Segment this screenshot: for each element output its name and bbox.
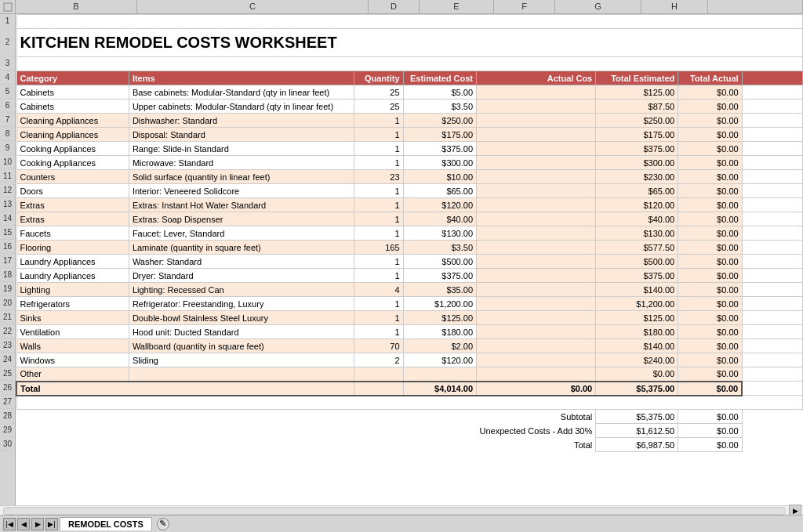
row-num-20[interactable]: 20 xyxy=(0,296,15,310)
row-num-7[interactable]: 7 xyxy=(0,113,15,127)
cell-est-cost-8[interactable]: $175.00 xyxy=(403,128,477,142)
cell-total-actual-15[interactable]: $0.00 xyxy=(678,226,742,241)
cell-actual-cost-22[interactable] xyxy=(477,325,596,339)
cell-total-est-7[interactable]: $250.00 xyxy=(596,114,678,128)
cell-total-est-11[interactable]: $230.00 xyxy=(596,170,678,184)
cell-qty-22[interactable]: 1 xyxy=(354,325,403,339)
cell-qty-17[interactable]: 1 xyxy=(354,255,403,269)
cell-items-12[interactable]: Interior: Veneered Solidcore xyxy=(129,184,354,198)
cell-category-19[interactable]: Lighting xyxy=(16,283,129,297)
cell-est-cost-17[interactable]: $500.00 xyxy=(403,255,477,269)
cell-total-est-14[interactable]: $40.00 xyxy=(596,212,678,226)
cell-total-est-13[interactable]: $120.00 xyxy=(596,198,678,212)
cell-items-21[interactable]: Double-bowl Stainless Steel Luxury xyxy=(129,311,354,325)
cell-actual-cost-10[interactable] xyxy=(477,156,596,170)
row-num-12[interactable]: 12 xyxy=(0,183,15,197)
cell-qty-24[interactable]: 2 xyxy=(354,353,403,367)
cell-total-actual-19[interactable]: $0.00 xyxy=(678,283,742,297)
cell-qty-13[interactable]: 1 xyxy=(354,198,403,212)
row-num-6[interactable]: 6 xyxy=(0,99,15,113)
cell-category-6[interactable]: Cabinets xyxy=(16,100,129,114)
cell-items-5[interactable]: Base cabinets: Modular-Standard (qty in … xyxy=(129,85,354,100)
cell-items-14[interactable]: Extras: Soap Dispenser xyxy=(129,212,354,226)
cell-total-actual-25[interactable]: $0.00 xyxy=(678,367,742,382)
row-num-2[interactable]: 2 xyxy=(0,28,15,56)
cell-total-actual-12[interactable]: $0.00 xyxy=(678,184,742,198)
cell-est-cost-11[interactable]: $10.00 xyxy=(403,170,477,184)
row-num-29[interactable]: 29 xyxy=(0,423,15,437)
cell-total-actual-16[interactable]: $0.00 xyxy=(678,241,742,255)
cell-category-16[interactable]: Flooring xyxy=(16,241,129,255)
cell-est-cost-10[interactable]: $300.00 xyxy=(403,156,477,170)
cell-items-17[interactable]: Washer: Standard xyxy=(129,255,354,269)
row-num-5[interactable]: 5 xyxy=(0,85,15,99)
cell-qty-16[interactable]: 165 xyxy=(354,241,403,255)
cell-category-24[interactable]: Windows xyxy=(16,353,129,367)
row-num-11[interactable]: 11 xyxy=(0,169,15,183)
cell-category-14[interactable]: Extras xyxy=(16,212,129,226)
cell-qty-6[interactable]: 25 xyxy=(354,100,403,114)
cell-actual-cost-24[interactable] xyxy=(477,353,596,367)
cell-category-7[interactable]: Cleaning Appliances xyxy=(16,114,129,128)
cell-total-est-10[interactable]: $300.00 xyxy=(596,156,678,170)
cell-total-est-25[interactable]: $0.00 xyxy=(596,367,678,382)
cell-category-15[interactable]: Faucets xyxy=(16,226,129,241)
cell-qty-14[interactable]: 1 xyxy=(354,212,403,226)
cell-actual-cost-13[interactable] xyxy=(477,198,596,212)
cell-actual-cost-11[interactable] xyxy=(477,170,596,184)
row-num-26[interactable]: 26 xyxy=(0,381,15,395)
cell-total-actual-5[interactable]: $0.00 xyxy=(678,85,742,100)
row-num-16[interactable]: 16 xyxy=(0,240,15,254)
cell-total-est-19[interactable]: $140.00 xyxy=(596,283,678,297)
cell-items-23[interactable]: Wallboard (quantity in square feet) xyxy=(129,339,354,353)
cell-qty-5[interactable]: 25 xyxy=(354,85,403,100)
cell-qty-19[interactable]: 4 xyxy=(354,283,403,297)
cell-items-24[interactable]: Sliding xyxy=(129,353,354,367)
tab-nav-next[interactable]: ▶ xyxy=(31,518,44,530)
cell-category-22[interactable]: Ventilation xyxy=(16,325,129,339)
cell-total-actual-18[interactable]: $0.00 xyxy=(678,269,742,283)
cell-qty-23[interactable]: 70 xyxy=(354,339,403,353)
cell-items-7[interactable]: Dishwasher: Standard xyxy=(129,114,354,128)
cell-items-9[interactable]: Range: Slide-in Standard xyxy=(129,142,354,156)
cell-items-20[interactable]: Refrigerator: Freestanding, Luxury xyxy=(129,297,354,311)
cell-total-est-15[interactable]: $130.00 xyxy=(596,226,678,241)
cell-qty-20[interactable]: 1 xyxy=(354,297,403,311)
cell-actual-cost-6[interactable] xyxy=(477,100,596,114)
cell-total-actual-8[interactable]: $0.00 xyxy=(678,128,742,142)
row-num-4[interactable]: 4 xyxy=(0,71,15,85)
cell-total-actual-22[interactable]: $0.00 xyxy=(678,325,742,339)
cell-category-10[interactable]: Cooking Appliances xyxy=(16,156,129,170)
add-sheet-icon[interactable]: ✎ xyxy=(157,518,169,530)
cell-total-actual-23[interactable]: $0.00 xyxy=(678,339,742,353)
cell-qty-7[interactable]: 1 xyxy=(354,114,403,128)
row-num-9[interactable]: 9 xyxy=(0,141,15,155)
cell-actual-cost-5[interactable] xyxy=(477,85,596,100)
cell-est-cost-14[interactable]: $40.00 xyxy=(403,212,477,226)
row-num-27[interactable]: 27 xyxy=(0,395,15,409)
cell-qty-11[interactable]: 23 xyxy=(354,170,403,184)
cell-category-18[interactable]: Laundry Appliances xyxy=(16,269,129,283)
row-num-19[interactable]: 19 xyxy=(0,282,15,296)
cell-actual-cost-9[interactable] xyxy=(477,142,596,156)
cell-actual-cost-12[interactable] xyxy=(477,184,596,198)
cell-est-cost-15[interactable]: $130.00 xyxy=(403,226,477,241)
row-num-24[interactable]: 24 xyxy=(0,353,15,367)
cell-actual-cost-14[interactable] xyxy=(477,212,596,226)
cell-category-12[interactable]: Doors xyxy=(16,184,129,198)
cell-items-6[interactable]: Upper cabinets: Modular-Standard (qty in… xyxy=(129,100,354,114)
row-num-30[interactable]: 30 xyxy=(0,437,15,451)
cell-items-8[interactable]: Disposal: Standard xyxy=(129,128,354,142)
cell-category-17[interactable]: Laundry Appliances xyxy=(16,255,129,269)
cell-qty-25[interactable] xyxy=(354,367,403,382)
cell-est-cost-12[interactable]: $65.00 xyxy=(403,184,477,198)
row-num-15[interactable]: 15 xyxy=(0,226,15,240)
cell-est-cost-5[interactable]: $5.00 xyxy=(403,85,477,100)
sheet-tab-remodel-costs[interactable]: REMODEL COSTS xyxy=(60,517,152,530)
cell-actual-cost-16[interactable] xyxy=(477,241,596,255)
cell-actual-cost-21[interactable] xyxy=(477,311,596,325)
row-num-25[interactable]: 25 xyxy=(0,367,15,381)
cell-category-20[interactable]: Refrigerators xyxy=(16,297,129,311)
cell-total-est-12[interactable]: $65.00 xyxy=(596,184,678,198)
cell-total-est-6[interactable]: $87.50 xyxy=(596,100,678,114)
